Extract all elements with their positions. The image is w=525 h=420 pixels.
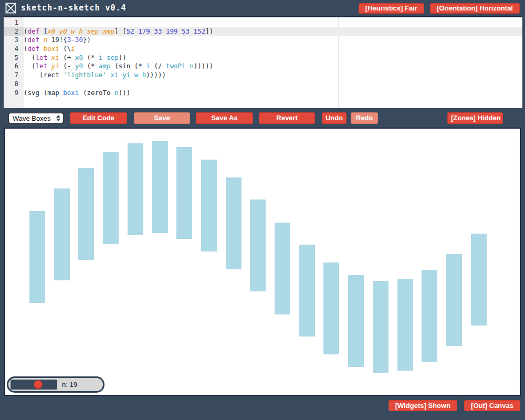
line-number: 9 [4, 89, 24, 98]
code-lines: 12(def [x0 y0 w h sep amp] [52 179 33 19… [4, 18, 522, 97]
wave-box-3[interactable] [103, 152, 119, 244]
dropdown-arrows-icon [56, 115, 60, 121]
wave-box-5[interactable] [152, 141, 168, 233]
save-button[interactable]: Save [134, 112, 190, 124]
wave-box-6[interactable] [176, 147, 192, 239]
code-text: (let xi (+ x0 (* i sep)) [24, 54, 522, 62]
wave-box-16[interactable] [422, 270, 437, 362]
wave-box-8[interactable] [226, 177, 242, 269]
wave-box-17[interactable] [446, 254, 462, 346]
code-text: (def boxi (\i [24, 45, 522, 54]
wave-box-7[interactable] [201, 160, 217, 251]
line-number: 1 [4, 18, 24, 27]
code-line-4[interactable]: 4(def boxi (\i [4, 45, 522, 54]
code-text: (svg (map boxi (zeroTo n))) [24, 89, 522, 98]
wave-box-9[interactable] [250, 200, 266, 291]
toolbar: Wave Boxes Edit Code Save Save As Revert… [0, 108, 525, 128]
wave-box-4[interactable] [128, 143, 143, 235]
code-text: (rect 'lightblue' xi yi w h))))) [24, 71, 522, 80]
code-line-9[interactable]: 9(svg (map boxi (zeroTo n))) [4, 89, 522, 98]
titlebar-buttons: [Heuristics] Fair [Orientation] Horizont… [359, 3, 520, 14]
code-line-5[interactable]: 5 (let xi (+ x0 (* i sep)) [4, 54, 522, 62]
code-text [24, 80, 522, 89]
sketch-n-sketch-logo-icon [5, 3, 16, 14]
wave-box-0[interactable] [29, 211, 45, 303]
example-dropdown-value: Wave Boxes [9, 114, 56, 122]
wave-box-1[interactable] [54, 188, 70, 280]
orientation-toggle-button[interactable]: [Orientation] Horizontal [430, 3, 520, 14]
code-line-1[interactable]: 1 [4, 18, 522, 27]
code-text: (def n 19!{3-30}) [24, 36, 522, 45]
line-number: 5 [4, 54, 24, 62]
line-number: 6 [4, 62, 24, 71]
code-text [24, 18, 522, 27]
wave-box-2[interactable] [78, 168, 94, 260]
wave-box-15[interactable] [397, 279, 413, 371]
wave-box-13[interactable] [348, 275, 364, 367]
revert-button[interactable]: Revert [259, 112, 315, 124]
redo-button[interactable]: Redo [351, 112, 378, 124]
line-number: 3 [4, 36, 24, 45]
code-line-7[interactable]: 7 (rect 'lightblue' xi yi w h))))) [4, 71, 522, 80]
save-as-button[interactable]: Save As [196, 112, 253, 124]
code-text: (def [x0 y0 w h sep amp] [52 179 33 199 … [24, 27, 522, 36]
widgets-toggle-button[interactable]: [Widgets] Shown [388, 400, 457, 411]
edit-code-button[interactable]: Edit Code [70, 112, 127, 124]
undo-button[interactable]: Undo [322, 112, 346, 124]
example-dropdown[interactable]: Wave Boxes [8, 112, 64, 124]
wave-box-14[interactable] [373, 281, 388, 373]
line-number: 7 [4, 71, 24, 80]
wave-box-12[interactable] [323, 262, 339, 354]
out-toggle-button[interactable]: [Out] Canvas [464, 400, 520, 411]
wave-box-18[interactable] [471, 234, 487, 326]
output-canvas[interactable]: n: 19 [4, 128, 521, 396]
slider-track[interactable] [10, 380, 57, 390]
line-number: 2 [4, 27, 24, 36]
code-line-2[interactable]: 2(def [x0 y0 w h sep amp] [52 179 33 199… [4, 27, 522, 36]
wave-box-11[interactable] [299, 245, 315, 337]
slider-knob[interactable] [34, 380, 43, 389]
code-text: (let yi (- y0 (* amp (sin (* i (/ twoPi … [24, 62, 522, 71]
wave-box-10[interactable] [275, 223, 290, 314]
heuristics-toggle-button[interactable]: [Heuristics] Fair [359, 3, 424, 14]
app-title: sketch-n-sketch v0.4 [21, 3, 127, 13]
code-line-6[interactable]: 6 (let yi (- y0 (* amp (sin (* i (/ twoP… [4, 62, 522, 71]
code-editor[interactable]: 12(def [x0 y0 w h sep amp] [52 179 33 19… [4, 16, 522, 108]
title-bar: sketch-n-sketch v0.4 [Heuristics] Fair [… [0, 0, 525, 16]
zones-toggle-button[interactable]: [Zones] Hidden [447, 112, 503, 124]
statusbar-buttons: [Widgets] Shown [Out] Canvas [388, 400, 520, 411]
n-slider-widget[interactable]: n: 19 [7, 376, 104, 393]
code-line-3[interactable]: 3(def n 19!{3-30}) [4, 36, 522, 45]
slider-value-label: n: 19 [62, 378, 77, 391]
code-line-8[interactable]: 8 [4, 80, 522, 89]
line-number: 4 [4, 45, 24, 54]
line-number: 8 [4, 80, 24, 89]
